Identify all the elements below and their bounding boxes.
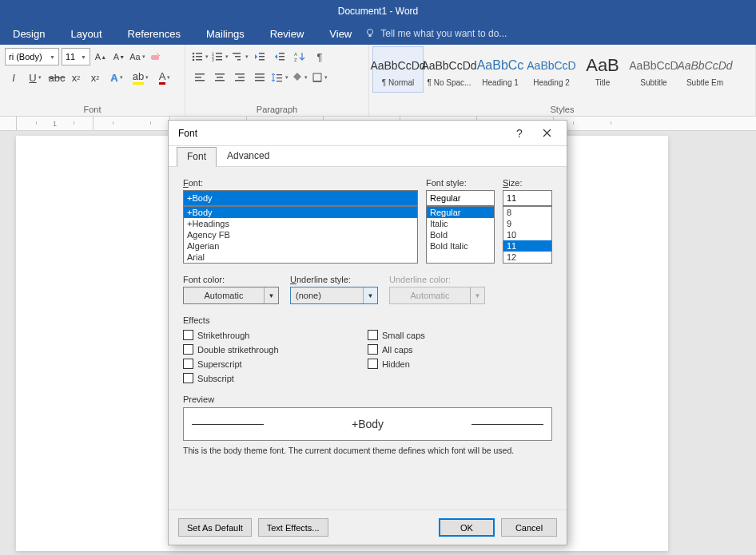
- svg-rect-31: [215, 80, 225, 81]
- svg-rect-4: [196, 53, 202, 54]
- svg-point-0: [368, 30, 373, 35]
- align-center-button[interactable]: [210, 69, 229, 86]
- list-item[interactable]: +Body: [184, 207, 417, 218]
- list-item[interactable]: Algerian: [184, 240, 417, 252]
- preview-box: +Body: [183, 407, 552, 441]
- numbering-button[interactable]: 123▾: [210, 48, 229, 65]
- list-item[interactable]: Italic: [427, 218, 494, 229]
- font-size-input[interactable]: [503, 190, 552, 206]
- style-heading-1[interactable]: AaBbCcHeading 1: [475, 46, 526, 93]
- list-item[interactable]: Agency FB: [184, 229, 417, 240]
- label-size: Size:: [503, 178, 552, 188]
- svg-rect-21: [279, 53, 284, 54]
- style-normal[interactable]: AaBbCcDd¶ Normal: [372, 46, 424, 93]
- text-effects-button[interactable]: A▾: [105, 69, 128, 86]
- font-color-dropdown[interactable]: Automatic ▼: [183, 287, 279, 304]
- decrease-indent-button[interactable]: [250, 48, 269, 65]
- svg-rect-30: [217, 77, 223, 78]
- font-size-combo[interactable]: 11▼: [62, 48, 90, 65]
- justify-button[interactable]: [250, 69, 269, 86]
- ribbon-tab-mailings[interactable]: Mailings: [193, 22, 257, 45]
- underline-style-dropdown[interactable]: (none) ▼: [290, 287, 378, 304]
- strikethrough-button[interactable]: abc: [48, 69, 66, 86]
- italic-button[interactable]: I: [5, 69, 22, 86]
- list-item[interactable]: Arial: [184, 252, 417, 263]
- svg-rect-27: [195, 77, 201, 78]
- list-item[interactable]: 10: [503, 229, 551, 240]
- style-no-spacing[interactable]: AaBbCcDd¶ No Spac...: [424, 46, 475, 93]
- svg-rect-36: [255, 77, 265, 78]
- align-right-button[interactable]: [230, 69, 249, 86]
- chevron-down-icon: ▼: [264, 287, 278, 303]
- set-default-button[interactable]: Set As Default: [178, 518, 252, 537]
- font-style-listbox[interactable]: Regular Italic Bold Bold Italic: [426, 206, 495, 264]
- ribbon-group-paragraph: ▾ 123▾ ▾ AZ ¶ ▾ ▾ ▾ Paragraph: [185, 45, 369, 116]
- underline-button[interactable]: U▾: [24, 69, 46, 86]
- borders-button[interactable]: ▾: [310, 69, 329, 86]
- show-marks-button[interactable]: ¶: [310, 48, 329, 65]
- svg-rect-8: [196, 59, 202, 61]
- list-item[interactable]: 11: [503, 240, 551, 252]
- sort-button[interactable]: AZ: [290, 48, 309, 65]
- svg-rect-33: [238, 77, 245, 78]
- checkbox-strikethrough[interactable]: Strikethrough: [183, 330, 368, 340]
- list-item[interactable]: 12: [503, 252, 551, 263]
- list-item[interactable]: Bold: [427, 229, 494, 240]
- highlight-button[interactable]: ab▾: [129, 69, 152, 86]
- label-font-style: Font style:: [426, 178, 495, 188]
- dialog-tab-advanced[interactable]: Advanced: [217, 146, 280, 166]
- checkbox-double-strikethrough[interactable]: Double strikethrough: [183, 344, 368, 355]
- list-item[interactable]: Regular: [427, 207, 494, 218]
- label-underline-color: Underline color:: [389, 275, 485, 284]
- ribbon-tabs: Design Layout References Mailings Review…: [0, 22, 756, 45]
- checkbox-superscript[interactable]: Superscript: [183, 359, 368, 369]
- checkbox-subscript[interactable]: Subscript: [183, 373, 368, 383]
- ribbon-tab-view[interactable]: View: [316, 22, 364, 45]
- line-spacing-button[interactable]: ▾: [270, 69, 289, 86]
- checkbox-hidden[interactable]: Hidden: [368, 359, 552, 369]
- style-subtitle[interactable]: AaBbCcDSubtitle: [628, 46, 679, 93]
- list-item[interactable]: 9: [503, 218, 551, 229]
- font-color-button[interactable]: A▾: [153, 69, 176, 86]
- font-name-listbox[interactable]: +Body +Headings Agency FB Algerian Arial: [183, 206, 418, 264]
- font-name-input[interactable]: [183, 190, 418, 206]
- dialog-tab-font[interactable]: Font: [177, 147, 217, 167]
- multilevel-list-button[interactable]: ▾: [230, 48, 249, 65]
- list-item[interactable]: Bold Italic: [427, 240, 494, 252]
- align-left-button[interactable]: [190, 69, 209, 86]
- shrink-font-button[interactable]: A▼: [111, 48, 127, 65]
- ribbon-tab-layout[interactable]: Layout: [58, 22, 114, 45]
- grow-font-button[interactable]: A▲: [93, 48, 109, 65]
- styles-gallery[interactable]: AaBbCcDd¶ Normal AaBbCcDd¶ No Spac... Aa…: [369, 45, 755, 103]
- cancel-button[interactable]: Cancel: [501, 518, 557, 537]
- checkbox-small-caps[interactable]: Small caps: [368, 330, 552, 340]
- font-name-combo[interactable]: ri (Body)▼: [5, 48, 59, 65]
- font-size-listbox[interactable]: 8 9 10 11 12: [503, 206, 552, 264]
- clear-formatting-button[interactable]: [148, 48, 164, 65]
- tell-me-search[interactable]: Tell me what you want to do...: [364, 28, 507, 39]
- list-item[interactable]: 8: [503, 207, 551, 218]
- dialog-help-button[interactable]: ?: [506, 121, 533, 145]
- ribbon-tab-design[interactable]: Design: [0, 22, 58, 45]
- bullets-button[interactable]: ▾: [190, 48, 209, 65]
- style-heading-2[interactable]: AaBbCcDHeading 2: [526, 46, 577, 93]
- style-title[interactable]: AaBTitle: [577, 46, 628, 93]
- style-subtle-em[interactable]: AaBbCcDdSubtle Em: [679, 46, 730, 93]
- increase-indent-button[interactable]: [270, 48, 289, 65]
- dialog-close-button[interactable]: [533, 121, 560, 145]
- shading-button[interactable]: ▾: [290, 69, 309, 86]
- ok-button[interactable]: OK: [439, 518, 495, 537]
- dialog-titlebar[interactable]: Font ?: [169, 121, 567, 146]
- ribbon-tab-references[interactable]: References: [115, 22, 193, 45]
- svg-rect-40: [277, 81, 282, 81]
- checkbox-all-caps[interactable]: All caps: [368, 344, 552, 355]
- list-item[interactable]: +Headings: [184, 218, 417, 229]
- font-style-input[interactable]: [426, 190, 495, 206]
- group-label-styles: Styles: [369, 103, 755, 116]
- ribbon-tab-review[interactable]: Review: [257, 22, 317, 45]
- superscript-button[interactable]: x2: [86, 69, 104, 86]
- text-effects-button[interactable]: Text Effects...: [258, 518, 328, 537]
- subscript-button[interactable]: x2: [67, 69, 85, 86]
- svg-rect-1: [369, 35, 372, 38]
- change-case-button[interactable]: Aa▾: [129, 48, 145, 65]
